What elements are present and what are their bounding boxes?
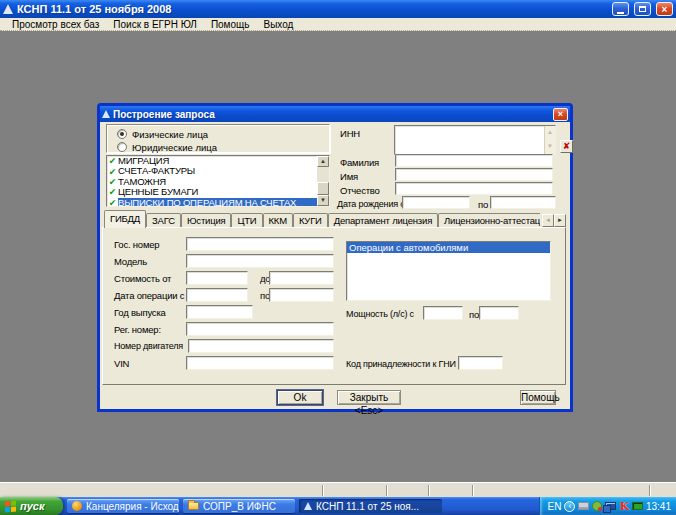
model-input[interactable] [186,254,334,268]
tab-kkm[interactable]: ККМ [263,213,293,227]
database-item[interactable]: ТАМОЖНЯ [107,177,317,187]
op-date-to-input[interactable] [269,288,334,302]
entity-type-group: Физические лица Юридические лица [106,124,330,153]
menu-item-help[interactable]: Помощь [204,19,257,30]
dialog-icon [102,110,110,118]
gibdd-tab-panel: Гос. номер Модель Стоимость от до Дата о… [102,227,566,385]
lan-icon[interactable] [632,502,643,510]
op-date-from-input[interactable] [186,288,248,302]
task-label: Канцелярия - Исход... [86,501,179,512]
vin-label: VIN [114,358,129,369]
operation-item-selected[interactable]: Операции с автомобилями [347,242,550,253]
check-icon [107,156,118,166]
start-button[interactable]: пуск [0,497,63,515]
scroll-up-icon[interactable] [545,126,555,140]
taskbar: пуск Канцелярия - Исход... СОПР_В ИФНС К… [0,497,676,515]
restore-button[interactable] [634,2,651,16]
radio-individuals[interactable]: Физические лица [117,128,208,140]
radio-unselected-icon[interactable] [117,142,127,152]
statusbar-divider [472,485,474,496]
tab-kugi[interactable]: КУГИ [293,213,328,227]
firstname-label: Имя [340,171,358,182]
minimize-button[interactable] [612,2,629,16]
radio-selected-icon[interactable] [117,129,127,139]
network-computers-icon[interactable] [605,502,616,510]
tabs-scroll-left-icon[interactable] [542,214,554,227]
tab-yustitsiya[interactable]: Юстиция [181,213,232,227]
agent-ball-icon[interactable] [592,501,602,511]
scroll-up-icon[interactable] [317,156,329,167]
tabs-scroll-right-icon[interactable] [554,214,566,227]
tab-strip: ГИБДД ЗАГС Юстиция ЦТИ ККМ КУГИ Департам… [104,210,540,228]
database-item[interactable]: ЦЕННЫЕ БУМАГИ [107,187,317,197]
cost-to-input[interactable] [269,271,334,285]
clear-inn-button[interactable] [560,140,573,153]
dialog-close-button[interactable] [553,108,568,121]
menu-item-view-all-bases[interactable]: Просмотр всех баз [5,19,106,30]
scroll-down-icon[interactable] [545,140,555,154]
tab-tsti[interactable]: ЦТИ [231,213,262,227]
menu-item-egrn-search[interactable]: Поиск в ЕГРН ЮЛ [106,19,204,30]
hide-icons-chevron-icon[interactable] [564,501,575,512]
restore-icon [639,6,646,12]
help-button[interactable]: Помощь [520,390,556,405]
power-to-input[interactable] [479,306,519,320]
window-title: КСНП 11.1 от 25 ноября 2008 [17,3,607,15]
radio-label: Физические лица [132,129,208,140]
check-icon [107,167,118,177]
tab-department-licenses[interactable]: Департамент лицензия [328,213,438,227]
database-item[interactable]: МИГРАЦИЯ [107,156,317,166]
gni-code-input[interactable] [458,356,503,370]
tab-zags[interactable]: ЗАГС [146,213,181,227]
birthdate-to-input[interactable] [490,196,556,209]
clock: 13:41 [646,501,671,512]
year-input[interactable] [186,305,253,319]
language-indicator[interactable]: EN [548,501,562,512]
close-button[interactable] [656,2,673,16]
taskbar-item-sopr[interactable]: СОПР_В ИФНС [183,499,295,513]
dialog-title: Построение запроса [113,109,550,120]
reg-nomer-input[interactable] [186,322,334,336]
list-scrollbar[interactable] [317,156,329,206]
taskbar-item-kancelyaria[interactable]: Канцелярия - Исход... [67,499,179,513]
folder-icon [188,502,199,510]
scrollbar-thumb[interactable] [317,182,329,195]
check-icon [107,177,118,187]
database-item[interactable]: СЧЕТА-ФАКТУРЫ [107,166,317,176]
birthdate-from-input[interactable] [402,196,470,209]
scroll-down-icon[interactable] [317,195,329,206]
engine-label: Номер двигателя [114,341,183,351]
power-from-input[interactable] [423,306,463,320]
gos-nomer-input[interactable] [186,237,334,251]
year-label: Год выпуска [114,307,166,318]
inn-scrollbar[interactable] [544,126,555,154]
radio-legal-entities[interactable]: Юридические лица [117,141,217,153]
statusbar-divider [428,485,430,496]
cost-from-label: Стоимость от [114,273,171,284]
statusbar-divider [322,485,324,496]
firstname-input[interactable] [395,168,553,181]
dialog-titlebar[interactable]: Построение запроса [100,106,570,122]
database-label: СЧЕТА-ФАКТУРЫ [118,166,317,176]
app-icon [3,4,13,14]
start-label: пуск [20,500,45,512]
dialog-content: Физические лица Юридические лица МИГРАЦИ… [100,122,570,409]
lastname-input[interactable] [395,154,553,167]
radio-label: Юридические лица [132,142,217,153]
close-esc-button[interactable]: Закрыть <Esc> [337,390,401,405]
menu-item-exit[interactable]: Выход [257,19,301,30]
inn-input[interactable] [394,125,556,155]
cost-from-input[interactable] [186,271,248,285]
ok-button[interactable]: Ok [277,390,323,405]
patronymic-input[interactable] [395,182,553,195]
engine-input[interactable] [188,339,334,353]
tab-gibdd[interactable]: ГИБДД [104,210,146,228]
main-titlebar[interactable]: КСНП 11.1 от 25 ноября 2008 [0,0,676,18]
printer-icon[interactable] [578,502,589,510]
database-item-selected[interactable]: ВЫПИСКИ ПО ОПЕРАЦИЯМ НА СЧЕТАХ [107,198,317,207]
gni-code-label: Код принадлежности к ГНИ [346,359,456,369]
taskbar-item-ksnp-active[interactable]: КСНП 11.1 от 25 ноя... [299,499,442,513]
kaspersky-icon[interactable] [619,500,629,513]
tab-license-attestation[interactable]: Лицензионно-аттестационная служба [438,213,540,227]
vin-input[interactable] [186,356,334,370]
